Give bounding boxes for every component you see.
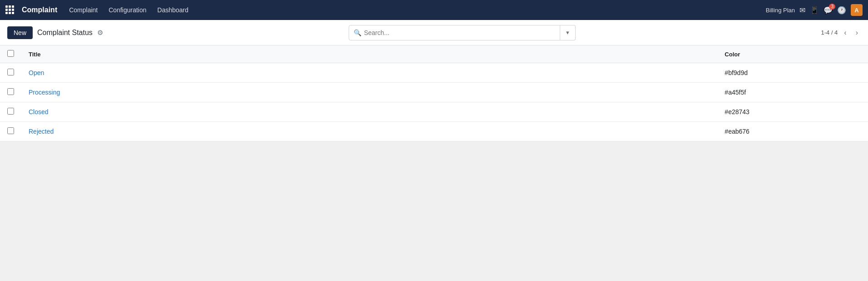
table-row: Open #bf9d9d bbox=[0, 63, 868, 83]
apps-grid-icon[interactable] bbox=[5, 5, 15, 15]
row-checkbox-cell bbox=[0, 63, 21, 83]
email-icon[interactable]: ✉ bbox=[799, 6, 805, 15]
nav-dashboard[interactable]: Dashboard bbox=[153, 5, 193, 15]
row-color: #bf9d9d bbox=[717, 63, 868, 83]
pagination-prev-button[interactable]: ‹ bbox=[841, 28, 849, 38]
toolbar-left: New Complaint Status ⚙ bbox=[7, 26, 103, 39]
toolbar: New Complaint Status ⚙ 🔍 ▾ 1-4 / 4 ‹ › bbox=[0, 20, 868, 45]
search-area: 🔍 ▾ bbox=[349, 25, 576, 40]
row-title[interactable]: Processing bbox=[21, 83, 717, 102]
row-title[interactable]: Closed bbox=[21, 102, 717, 122]
table-row: Closed #e28743 bbox=[0, 102, 868, 122]
settings-gear-icon[interactable]: ⚙ bbox=[97, 29, 103, 37]
search-icon: 🔍 bbox=[354, 29, 361, 36]
row-title[interactable]: Rejected bbox=[21, 122, 717, 141]
select-all-checkbox[interactable] bbox=[7, 50, 14, 57]
row-color: #a45f5f bbox=[717, 83, 868, 102]
table-row: Rejected #eab676 bbox=[0, 122, 868, 141]
table-header-row: Title Color bbox=[0, 45, 868, 63]
nav-configuration[interactable]: Configuration bbox=[104, 5, 151, 15]
row-checkbox[interactable] bbox=[7, 127, 14, 134]
navbar-left: Complaint Complaint Configuration Dashbo… bbox=[5, 5, 193, 15]
complaint-status-table: Title Color Open #bf9d9d Processing #a45… bbox=[0, 45, 868, 141]
row-title[interactable]: Open bbox=[21, 63, 717, 83]
table-container: Title Color Open #bf9d9d Processing #a45… bbox=[0, 45, 868, 141]
header-color[interactable]: Color bbox=[717, 45, 868, 63]
row-checkbox-cell bbox=[0, 83, 21, 102]
new-button[interactable]: New bbox=[7, 26, 33, 39]
search-dropdown-button[interactable]: ▾ bbox=[560, 25, 576, 40]
nav-complaint[interactable]: Complaint bbox=[64, 5, 102, 15]
row-checkbox[interactable] bbox=[7, 88, 14, 95]
row-color: #e28743 bbox=[717, 102, 868, 122]
chat-icon[interactable]: 💬 3 bbox=[824, 6, 833, 15]
header-checkbox-col bbox=[0, 45, 21, 63]
clock-icon[interactable]: 🕐 bbox=[837, 6, 846, 15]
table-row: Processing #a45f5f bbox=[0, 83, 868, 102]
app-title[interactable]: Complaint bbox=[22, 6, 57, 14]
row-checkbox-cell bbox=[0, 122, 21, 141]
pagination-info: 1-4 / 4 bbox=[821, 29, 838, 36]
whatsapp-icon[interactable]: 📱 bbox=[810, 6, 819, 15]
navbar: Complaint Complaint Configuration Dashbo… bbox=[0, 0, 868, 20]
navbar-right: Billing Plan ✉ 📱 💬 3 🕐 A bbox=[766, 4, 863, 16]
page-title: Complaint Status bbox=[37, 29, 93, 37]
user-avatar[interactable]: A bbox=[851, 4, 863, 16]
chat-badge: 3 bbox=[829, 4, 835, 10]
row-checkbox[interactable] bbox=[7, 108, 14, 115]
navbar-menu: Complaint Configuration Dashboard bbox=[64, 5, 193, 15]
billing-plan-label: Billing Plan bbox=[766, 7, 795, 14]
row-checkbox[interactable] bbox=[7, 69, 14, 75]
toolbar-right: 1-4 / 4 ‹ › bbox=[821, 28, 861, 38]
pagination-next-button[interactable]: › bbox=[853, 28, 861, 38]
content-area bbox=[0, 141, 868, 278]
row-checkbox-cell bbox=[0, 102, 21, 122]
row-color: #eab676 bbox=[717, 122, 868, 141]
search-input[interactable] bbox=[364, 29, 555, 36]
header-title[interactable]: Title bbox=[21, 45, 717, 63]
search-wrapper: 🔍 bbox=[349, 25, 560, 40]
